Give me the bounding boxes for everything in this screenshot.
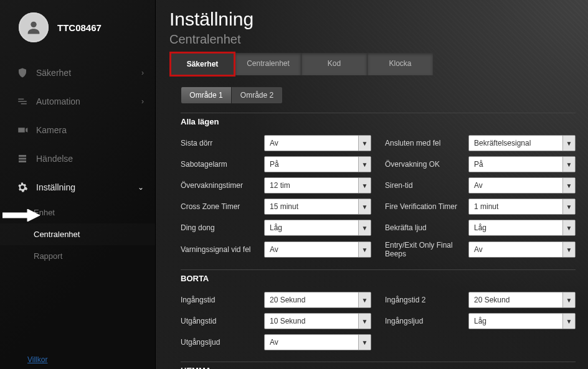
caret-down-icon: ▼: [562, 220, 575, 235]
section-title: HEMMA: [181, 362, 576, 369]
caret-down-icon: ▼: [562, 292, 575, 307]
sidebar-item-camera[interactable]: Kamera: [0, 116, 155, 144]
caret-down-icon: ▼: [358, 292, 371, 307]
settings-pair: Utgångstid10 Sekund▼: [181, 313, 371, 329]
settings-row: SabotagelarmPå▼Övervakning OKPå▼: [181, 154, 576, 175]
setting-value: På: [270, 160, 279, 169]
sidebar-item-security[interactable]: Säkerhet ›: [0, 58, 155, 87]
sidebar-item-label: Säkerhet: [36, 68, 71, 78]
profile: TTC08467: [0, 0, 155, 56]
terms-link[interactable]: Villkor: [27, 355, 47, 364]
setting-select[interactable]: På▼: [468, 156, 576, 172]
tab-code[interactable]: Kod: [301, 53, 368, 75]
settings-pair: Ansluten med felBekräftelsesignal▼: [385, 135, 576, 151]
setting-value: Av: [474, 245, 483, 254]
camera-icon: [16, 124, 29, 136]
setting-label: Bekräfta ljud: [385, 223, 460, 232]
setting-select[interactable]: Av▼: [264, 241, 371, 258]
chevron-right-icon: ›: [141, 68, 144, 77]
setting-select[interactable]: Av▼: [264, 135, 371, 151]
sidebar-sub-central[interactable]: Centralenhet: [0, 223, 155, 245]
setting-select[interactable]: 10 Sekund▼: [264, 313, 371, 329]
sidebar-item-automation[interactable]: Automation ›: [0, 87, 155, 116]
setting-label: Cross Zone Timer: [181, 202, 255, 211]
caret-down-icon: ▼: [562, 314, 575, 329]
setting-value: 20 Sekund: [474, 296, 510, 304]
sidebar-nav: Säkerhet › Automation › Kamera Händelse …: [0, 58, 155, 267]
setting-value: Bekräftelsesignal: [474, 139, 531, 147]
settings-pair: Fire Verification Timer1 minut▼: [385, 199, 576, 215]
settings-pair: Ingångstid20 Sekund▼: [181, 292, 371, 308]
sidebar-sub-report[interactable]: Rapport: [0, 245, 155, 267]
setting-label: Fire Verification Timer: [385, 202, 460, 211]
setting-label: Siren-tid: [385, 181, 460, 190]
section-all-modes: Alla lägen Sista dörrAv▼Ansluten med fel…: [181, 113, 576, 261]
caret-down-icon: ▼: [358, 178, 371, 193]
caret-down-icon: ▼: [358, 136, 371, 151]
caret-down-icon: ▼: [358, 220, 371, 235]
settings-pair: Bekräfta ljudLåg▼: [385, 220, 576, 236]
setting-label: Utgångstid: [181, 317, 255, 325]
caret-down-icon: ▼: [562, 136, 575, 151]
setting-select[interactable]: Av▼: [468, 177, 576, 194]
setting-value: 10 Sekund: [270, 317, 305, 325]
profile-name: TTC08467: [57, 22, 102, 33]
setting-select[interactable]: Låg▼: [468, 313, 576, 329]
tab-security[interactable]: Säkerhet: [169, 52, 235, 77]
caret-down-icon: ▼: [562, 157, 575, 172]
setting-select[interactable]: Av▼: [264, 334, 371, 350]
sidebar-item-label: Inställning: [36, 182, 75, 192]
setting-select[interactable]: 1 minut▼: [468, 199, 576, 215]
sliders-icon: [16, 95, 29, 108]
setting-select[interactable]: Av▼: [468, 241, 576, 258]
setting-select[interactable]: Låg▼: [264, 220, 371, 236]
caret-down-icon: ▼: [358, 242, 371, 257]
settings-row: UtgångsljudAv▼: [181, 332, 576, 353]
tab-central[interactable]: Centralenhet: [235, 53, 301, 75]
app-root: TTC08467 Säkerhet › Automation › Kamera …: [0, 0, 588, 369]
caret-down-icon: ▼: [562, 178, 575, 193]
list-icon: [16, 152, 29, 165]
settings-pair: Entry/Exit Only Final BeepsAv▼: [385, 241, 576, 258]
sidebar-item-events[interactable]: Händelse: [0, 144, 155, 173]
sidebar: TTC08467 Säkerhet › Automation › Kamera …: [0, 0, 156, 369]
caret-down-icon: ▼: [358, 335, 371, 350]
setting-value: Av: [474, 181, 483, 190]
caret-down-icon: ▼: [562, 242, 575, 257]
settings-pair: Siren-tidAv▼: [385, 177, 576, 194]
settings-row: Ding dongLåg▼Bekräfta ljudLåg▼: [181, 217, 576, 238]
setting-label: Sabotagelarm: [181, 160, 255, 169]
setting-label: Utgångsljud: [181, 338, 255, 347]
chevron-down-icon: ⌄: [138, 183, 144, 192]
settings-pair: Övervakningstimer12 tim▼: [181, 177, 371, 194]
caret-down-icon: ▼: [562, 199, 575, 214]
settings-pair: IngångsljudLåg▼: [385, 313, 576, 329]
settings-pair: Övervakning OKPå▼: [385, 156, 576, 172]
setting-value: 12 tim: [270, 181, 290, 190]
setting-label: Ding dong: [181, 223, 255, 232]
settings-pair: UtgångsljudAv▼: [181, 334, 371, 350]
setting-label: Ingångstid: [181, 296, 255, 304]
setting-select[interactable]: Låg▼: [468, 220, 576, 236]
settings-pair: Ding dongLåg▼: [181, 220, 371, 236]
chevron-right-icon: ›: [141, 97, 144, 106]
pointer-arrow-icon: [2, 209, 40, 222]
setting-select[interactable]: 20 Sekund▼: [468, 292, 576, 308]
subtab-area1[interactable]: Område 1: [181, 86, 232, 104]
main-tabs: Säkerhet Centralenhet Kod Klocka: [169, 53, 576, 75]
setting-select[interactable]: 15 minut▼: [264, 199, 371, 215]
tab-clock[interactable]: Klocka: [368, 53, 434, 75]
setting-select[interactable]: 12 tim▼: [264, 177, 371, 194]
sidebar-item-settings[interactable]: Inställning ⌄: [0, 173, 155, 202]
setting-label: Entry/Exit Only Final Beeps: [385, 241, 460, 258]
setting-value: På: [474, 160, 483, 169]
subtab-area2[interactable]: Område 2: [232, 86, 283, 104]
settings-pair: Sista dörrAv▼: [181, 135, 371, 151]
setting-select[interactable]: Bekräftelsesignal▼: [468, 135, 576, 151]
settings-pair: Ingångstid 220 Sekund▼: [385, 292, 576, 308]
setting-select[interactable]: 20 Sekund▼: [264, 292, 371, 308]
setting-select[interactable]: På▼: [264, 156, 371, 172]
sidebar-item-label: Kamera: [36, 125, 67, 135]
setting-value: Låg: [474, 317, 486, 325]
main-content: Inställning Centralenhet Säkerhet Centra…: [156, 0, 588, 369]
